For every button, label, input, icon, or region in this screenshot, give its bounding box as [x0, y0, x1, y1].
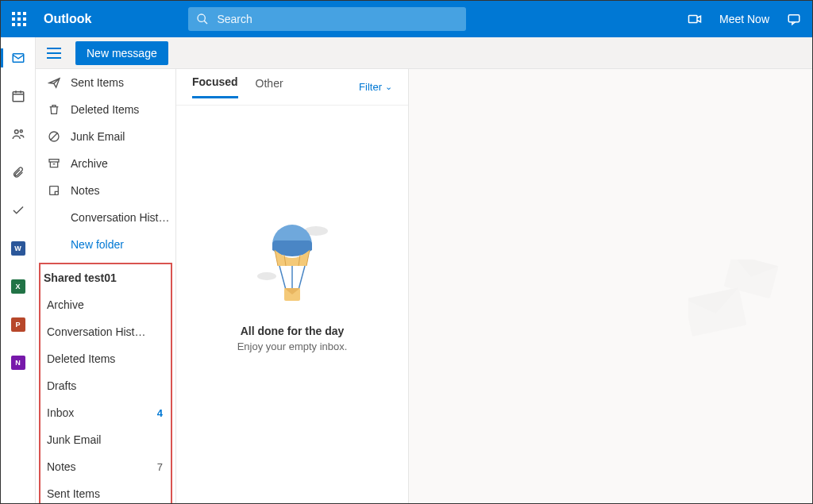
svg-rect-3 — [788, 15, 800, 22]
rail-onenote[interactable]: N — [1, 352, 36, 374]
shared-folder-inbox[interactable]: Inbox4 — [40, 399, 171, 426]
filter-button[interactable]: Filter ⌄ — [359, 81, 392, 93]
folder-label: Notes — [47, 460, 157, 473]
folder-label: Conversation Hist… — [71, 211, 175, 224]
shared-folder-notes[interactable]: Notes7 — [40, 453, 171, 480]
excel-icon: X — [11, 279, 25, 294]
onenote-icon: N — [11, 356, 25, 370]
mail-icon — [11, 51, 25, 65]
search-input[interactable]: Search — [188, 7, 466, 31]
svg-line-19 — [279, 266, 286, 290]
folder-label: Conversation Hist… — [47, 325, 163, 338]
folder-label: Junk Email — [71, 130, 175, 143]
folder-conversation-hist-[interactable]: Conversation Hist… — [36, 204, 175, 231]
new-message-button[interactable]: New message — [75, 41, 168, 65]
reading-pane — [409, 69, 812, 503]
app-title: Outlook — [44, 12, 91, 26]
folder-label: Sent Items — [47, 487, 163, 500]
folder-icon — [47, 210, 61, 225]
folder-archive[interactable]: Archive — [36, 150, 175, 177]
folder-label: Deleted Items — [47, 352, 163, 365]
tab-focused[interactable]: Focused — [192, 75, 238, 98]
hamburger-icon[interactable] — [47, 48, 61, 59]
rail-powerpoint[interactable]: P — [1, 314, 36, 336]
people-icon — [11, 127, 25, 141]
meet-now-button[interactable]: Meet Now — [719, 13, 769, 25]
folder-sent-items[interactable]: Sent Items — [36, 69, 175, 96]
svg-rect-14 — [49, 160, 59, 162]
shared-folder-sent-items[interactable]: Sent Items — [40, 480, 171, 503]
svg-rect-5 — [13, 92, 24, 102]
folder-label: Junk Email — [47, 433, 163, 446]
svg-line-13 — [50, 133, 57, 140]
command-bar: New message — [36, 37, 812, 69]
rail-files[interactable] — [1, 161, 36, 183]
shared-mailbox-group: ⌄ Shared test01 ArchiveConversation Hist… — [39, 263, 172, 503]
rail-people[interactable] — [1, 123, 36, 145]
left-rail: W X P N — [1, 37, 36, 503]
svg-point-9 — [14, 130, 18, 134]
rail-mail[interactable] — [1, 47, 36, 69]
svg-rect-16 — [50, 187, 59, 195]
svg-line-21 — [299, 266, 305, 290]
shared-folder-archive[interactable]: Archive — [40, 291, 171, 318]
shared-folder-drafts[interactable]: Drafts — [40, 372, 171, 399]
folder-count: 7 — [157, 461, 163, 473]
top-bar: Outlook Search Meet Now — [1, 1, 812, 37]
shared-mailbox-name: Shared test01 — [44, 271, 117, 284]
shared-folder-deleted-items[interactable]: Deleted Items — [40, 345, 171, 372]
new-folder-link[interactable]: New folder — [36, 231, 175, 258]
trash-icon — [47, 102, 61, 117]
tab-other[interactable]: Other — [256, 77, 283, 98]
svg-point-18 — [257, 272, 276, 280]
rail-calendar[interactable] — [1, 85, 36, 107]
balloon-illustration — [252, 217, 332, 312]
chevron-down-icon: ⌄ — [385, 82, 392, 92]
word-icon: W — [11, 241, 25, 256]
inbox-tabs: Focused Other Filter ⌄ — [176, 69, 408, 106]
ban-icon — [47, 129, 61, 144]
send-icon — [47, 75, 61, 90]
folder-label: Inbox — [47, 406, 157, 419]
search-placeholder: Search — [217, 13, 252, 25]
folder-notes[interactable]: Notes — [36, 177, 175, 204]
powerpoint-icon: P — [11, 317, 25, 332]
attachment-icon — [12, 165, 25, 179]
folder-label: Deleted Items — [71, 103, 175, 116]
archive-icon — [47, 156, 61, 171]
folder-junk-email[interactable]: Junk Email — [36, 123, 175, 150]
calendar-icon — [11, 89, 25, 103]
folder-label: Notes — [71, 184, 175, 197]
shared-mailbox-header[interactable]: ⌄ Shared test01 — [40, 264, 171, 291]
search-icon — [196, 13, 209, 25]
chat-icon[interactable] — [787, 12, 801, 26]
folder-label: Archive — [71, 157, 175, 170]
shared-folder-conversation-hist-[interactable]: Conversation Hist… — [40, 318, 171, 345]
empty-state: All done for the day Enjoy your empty in… — [176, 217, 408, 352]
message-list-pane: Focused Other Filter ⌄ All done for the … — [175, 69, 409, 503]
folder-count: 4 — [157, 407, 163, 419]
svg-line-1 — [204, 21, 207, 24]
svg-rect-2 — [688, 16, 697, 23]
rail-excel[interactable]: X — [1, 275, 36, 298]
envelope-watermark-icon — [688, 260, 784, 358]
chevron-down-icon: ⌄ — [36, 272, 37, 284]
folder-label: Drafts — [47, 379, 163, 392]
svg-point-0 — [198, 14, 205, 21]
note-icon — [47, 183, 61, 198]
empty-subtitle: Enjoy your empty inbox. — [237, 340, 348, 352]
video-icon[interactable] — [688, 12, 702, 26]
app-launcher-icon[interactable] — [12, 12, 26, 26]
check-icon — [11, 203, 25, 217]
folder-label: Archive — [47, 298, 163, 311]
folder-label: Sent Items — [71, 76, 175, 89]
folder-pane: Sent ItemsDeleted ItemsJunk EmailArchive… — [36, 69, 175, 503]
folder-deleted-items[interactable]: Deleted Items — [36, 96, 175, 123]
empty-title: All done for the day — [241, 325, 345, 337]
rail-todo[interactable] — [1, 199, 36, 221]
rail-word[interactable]: W — [1, 237, 36, 260]
svg-point-10 — [20, 130, 22, 133]
shared-folder-junk-email[interactable]: Junk Email — [40, 426, 171, 453]
